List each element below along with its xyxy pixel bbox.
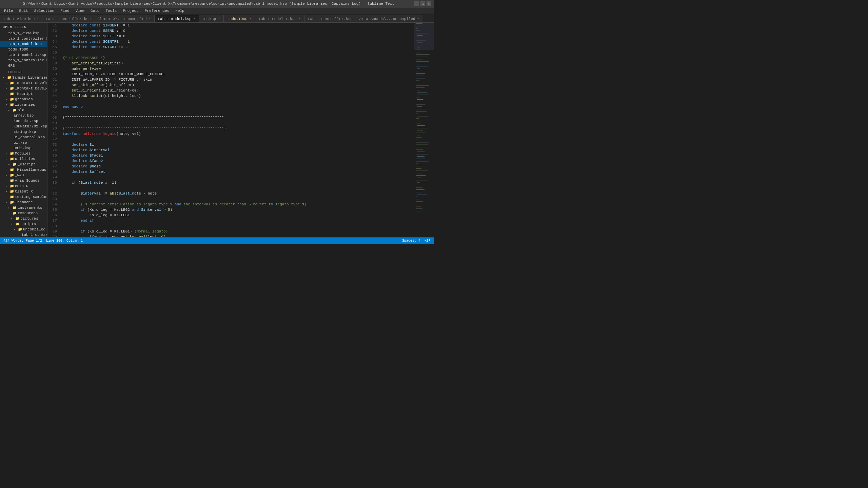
sidebar-item-37[interactable]: tab_1_controller.ksp (0, 232, 47, 237)
maximize-button[interactable]: □ (420, 1, 425, 6)
sidebar-item-21[interactable]: unit.ksp (0, 145, 47, 151)
line-number: 75 (50, 153, 57, 158)
menu-item-goto[interactable]: Goto (88, 8, 102, 14)
tab-close-icon[interactable]: × (149, 17, 151, 21)
tree-item-label: todo.TODO (8, 47, 28, 52)
tree-file-icon: 📁 (10, 86, 14, 90)
tab-close-icon[interactable]: × (218, 17, 220, 21)
sidebar-item-13[interactable]: ▾📁libraries (0, 102, 47, 107)
sidebar-item-14[interactable]: ▸📁old (0, 107, 47, 113)
menu-item-find[interactable]: Find (58, 8, 72, 14)
sidebar-item-4[interactable]: tab_1_model_1.ksp (0, 52, 47, 58)
code-container[interactable]: 5152535455565758596061626364656667686970… (47, 23, 414, 237)
tab-bar: tab_1_view.ksp×tab_1_controller.ksp — Cl… (0, 14, 434, 23)
sidebar-item-5[interactable]: tab_1_controller.ksp — Aria Sound\... (0, 58, 47, 63)
sidebar-item-11[interactable]: ▸📁_Kscript (0, 91, 47, 97)
line-number: 74 (50, 147, 57, 153)
sidebar-item-20[interactable]: ui.ksp (0, 140, 47, 145)
sidebar-item-32[interactable]: ▸📁instruments (0, 205, 47, 210)
tree-item-label: tab_1_controller.ksp — Client X\... (8, 37, 47, 41)
menu-item-edit[interactable]: Edit (16, 8, 31, 14)
line-number: 72 (50, 137, 57, 142)
sidebar-item-19[interactable]: ui_control.ksp (0, 135, 47, 140)
tree-file-icon: 📁 (10, 173, 14, 177)
tree-file-icon: 📁 (10, 151, 14, 156)
tab-tab3[interactable]: tab_1_model.ksp× (155, 15, 199, 22)
code-line: {***************************************… (63, 115, 411, 120)
sidebar-item-15[interactable]: array.ksp (0, 113, 47, 118)
tab-tab2[interactable]: tab_1_controller.ksp — Client X\...uncom… (42, 15, 154, 22)
sidebar-item-3[interactable]: todo.TODO (0, 47, 47, 52)
line-number: 58 (50, 61, 57, 66)
sidebar[interactable]: OPEN FILEStab_1_view.ksptab_1_controller… (0, 23, 47, 237)
code-line: make_perfview (63, 66, 411, 72)
sidebar-item-24[interactable]: ▸📁_Kscript (0, 162, 47, 167)
menu-item-preferences[interactable]: Preferences (142, 8, 172, 14)
tree-file-icon: 📁 (13, 211, 17, 215)
line-number: 89 (50, 229, 57, 234)
close-button[interactable]: ✕ (427, 1, 431, 6)
code-content[interactable]: declare const $INSERT := 1 declare const… (60, 23, 414, 237)
tab-close-icon[interactable]: × (299, 17, 301, 21)
sidebar-item-6[interactable]: GRS (0, 63, 47, 68)
status-encoding: KSP (425, 239, 431, 243)
line-number: 83 (50, 196, 57, 202)
code-line: if (Ks.c_leg = Ks.LEG2 and $interval > 5… (63, 207, 411, 212)
sidebar-item-22[interactable]: ▸📁Modules (0, 151, 47, 156)
sidebar-item-8[interactable]: ▾📁Sample Libraries (0, 75, 47, 80)
sidebar-item-16[interactable]: kontakt.ksp (0, 118, 47, 124)
sidebar-item-30[interactable]: ▸📁testing_samples (0, 194, 47, 200)
sidebar-item-18[interactable]: string.ksp (0, 129, 47, 135)
sidebar-item-7[interactable]: FOLDERS (0, 70, 47, 75)
tab-tab4[interactable]: ui.ksp× (199, 15, 224, 22)
minimize-button[interactable]: ─ (414, 1, 419, 6)
tab-tab1[interactable]: tab_1_view.ksp× (0, 15, 42, 22)
sidebar-item-23[interactable]: ▸📁utilities (0, 156, 47, 162)
code-line: $interval := abs($last_note - note) (63, 191, 411, 196)
code-line: if ($last_note # -1) (63, 180, 411, 185)
sidebar-item-27[interactable]: ▸📁Aria Sounds (0, 178, 47, 183)
tree-file-icon: 📁 (10, 81, 14, 85)
sidebar-item-2[interactable]: tab_1_model.ksp (0, 41, 47, 47)
tree-item-label: Client X (15, 189, 33, 194)
tab-tab6[interactable]: tab_1_model_1.ksp× (255, 15, 304, 22)
tab-tab5[interactable]: todo.TODO× (224, 15, 255, 22)
menu-item-file[interactable]: File (1, 8, 16, 14)
window-controls[interactable]: ─ □ ✕ (414, 1, 431, 6)
code-line: declare $hold (63, 164, 411, 169)
line-number: 80 (50, 180, 57, 185)
tab-close-icon[interactable]: × (37, 17, 39, 21)
menu-item-tools[interactable]: Tools (103, 8, 119, 14)
sidebar-item-34[interactable]: ▸📁pictures (0, 216, 47, 221)
sidebar-item-28[interactable]: ▸📁Beta D (0, 183, 47, 189)
line-number: 78 (50, 169, 57, 175)
sidebar-item-29[interactable]: ▾📁Client X (0, 189, 47, 194)
tab-close-icon[interactable]: × (194, 17, 196, 21)
line-number: 87 (50, 218, 57, 223)
sidebar-item-10[interactable]: ▸📁_Kontakt Development Framework v2.0 (0, 86, 47, 91)
tree-item-label: old (18, 108, 24, 112)
sidebar-item-25[interactable]: ▸📁_Miscellaneous Scripts (0, 167, 47, 172)
tab-tab7[interactable]: tab_1_controller.ksp — Aria Sounds\...un… (304, 15, 423, 22)
tab-close-icon[interactable]: × (250, 17, 252, 21)
code-line: INST_WALLPAPER_ID -> PICTURE := skin (63, 77, 411, 82)
sidebar-item-26[interactable]: ▸📁_R&D (0, 172, 47, 178)
tree-expand-icon: ▾ (5, 103, 9, 107)
sidebar-item-31[interactable]: ▾📁Trombone (0, 200, 47, 205)
menu-item-view[interactable]: View (73, 8, 87, 14)
tab-close-icon[interactable]: × (417, 17, 419, 21)
sidebar-item-36[interactable]: ▾📁uncompiled (0, 227, 47, 232)
menu-item-project[interactable]: Project (120, 8, 141, 14)
sidebar-item-35[interactable]: ▾📁scripts (0, 221, 47, 227)
sidebar-item-33[interactable]: ▾📁resources (0, 210, 47, 216)
sidebar-item-17[interactable]: KSPMath/702.ksp (0, 124, 47, 129)
sidebar-item-1[interactable]: tab_1_controller.ksp — Client X\... (0, 36, 47, 41)
menu-item-selection[interactable]: Selection (32, 8, 57, 14)
sidebar-item-0[interactable]: tab_1_view.ksp (0, 30, 47, 36)
menu-item-help[interactable]: Help (173, 8, 187, 14)
tree-item-label: tab_1_controller.ksp — Aria Sound\... (8, 58, 47, 62)
tree-item-label: _Kscript (18, 162, 36, 166)
sidebar-item-9[interactable]: ▸📁_Kontakt Development Framework v1.0 (0, 80, 47, 86)
sidebar-item-12[interactable]: ▾📁graphics (0, 97, 47, 102)
minimap (414, 23, 434, 237)
